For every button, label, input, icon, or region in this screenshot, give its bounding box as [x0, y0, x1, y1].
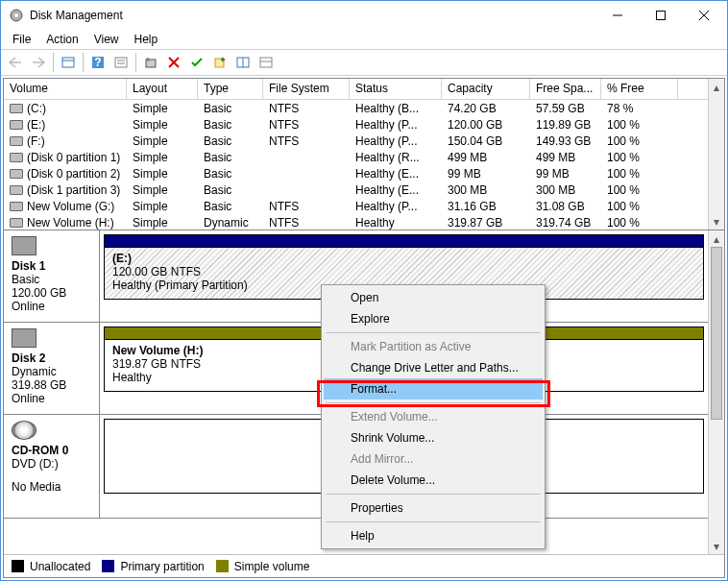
menu-item-add-mirror: Add Mirror... — [324, 448, 543, 470]
menu-view[interactable]: View — [86, 31, 127, 48]
toolbar: ? — [1, 49, 727, 76]
menu-item-explore[interactable]: Explore — [324, 308, 543, 329]
close-button[interactable] — [682, 2, 725, 29]
window-title: Disk Management — [30, 9, 595, 22]
legend-label: Simple volume — [234, 560, 310, 573]
legend-swatch — [102, 560, 114, 572]
menu-separator — [326, 402, 541, 403]
legend-label: Primary partition — [120, 560, 204, 573]
col-filesystem[interactable]: File System — [263, 79, 350, 99]
svg-point-14 — [146, 58, 150, 61]
menu-item-shrink-volume[interactable]: Shrink Volume... — [324, 427, 543, 448]
menu-help[interactable]: Help — [127, 31, 166, 48]
context-menu: OpenExploreMark Partition as ActiveChang… — [321, 284, 546, 549]
menubar: File Action View Help — [1, 30, 727, 49]
col-pctfree[interactable]: % Free — [601, 79, 678, 99]
minimize-button[interactable] — [595, 2, 639, 29]
volume-row[interactable]: New Volume (G:) SimpleBasicNTFS Healthy … — [4, 198, 708, 214]
svg-text:?: ? — [94, 56, 101, 69]
properties-icon[interactable] — [58, 52, 79, 73]
help-icon[interactable]: ? — [87, 52, 109, 73]
svg-point-1 — [14, 13, 18, 17]
col-layout[interactable]: Layout — [127, 79, 198, 99]
volume-row[interactable]: (Disk 1 partition 3) SimpleBasic Healthy… — [4, 182, 708, 198]
col-freespace[interactable]: Free Spa... — [530, 79, 601, 99]
menu-item-extend-volume: Extend Volume... — [324, 406, 543, 427]
drive-icon — [10, 153, 23, 162]
menu-item-format[interactable]: Format... — [324, 378, 543, 399]
volume-row[interactable]: (F:) SimpleBasicNTFS Healthy (P...150.04… — [4, 133, 708, 149]
disk-header[interactable]: CD-ROM 0DVD (D:)No Media — [4, 415, 100, 518]
disk-header[interactable]: Disk 1Basic120.00 GBOnline — [4, 230, 100, 322]
list-icon[interactable] — [232, 52, 254, 73]
col-volume[interactable]: Volume — [4, 79, 127, 99]
cdrom-icon — [12, 421, 36, 440]
maximize-button[interactable] — [639, 2, 682, 29]
volume-row[interactable]: (E:) SimpleBasicNTFS Healthy (P...120.00… — [4, 116, 708, 133]
svg-rect-20 — [260, 58, 272, 67]
drive-icon — [10, 202, 23, 211]
volume-scrollbar[interactable]: ▴ ▾ — [708, 79, 724, 230]
volume-row[interactable]: New Volume (H:) SimpleDynamicNTFS Health… — [4, 214, 708, 230]
volume-row[interactable]: (Disk 0 partition 1) SimpleBasic Healthy… — [4, 149, 708, 165]
drive-icon — [10, 104, 23, 113]
back-button[interactable] — [5, 52, 26, 73]
scroll-up-icon[interactable]: ▴ — [709, 230, 724, 247]
settings-icon[interactable] — [110, 52, 132, 73]
menu-separator — [326, 521, 541, 522]
refresh-icon[interactable] — [140, 52, 161, 73]
menu-item-delete-volume[interactable]: Delete Volume... — [324, 470, 543, 491]
partition-color-bar — [104, 234, 704, 248]
legend-swatch — [12, 560, 24, 572]
col-capacity[interactable]: Capacity — [442, 79, 530, 99]
drive-icon — [10, 185, 23, 195]
new-icon[interactable] — [209, 52, 231, 73]
menu-separator — [326, 494, 541, 495]
delete-icon[interactable] — [163, 52, 184, 73]
titlebar[interactable]: Disk Management — [1, 1, 727, 30]
col-status[interactable]: Status — [350, 79, 442, 99]
volume-list-header: Volume Layout Type File System Status Ca… — [4, 79, 708, 100]
detail-icon[interactable] — [255, 52, 277, 73]
menu-action[interactable]: Action — [38, 31, 85, 48]
scroll-down-icon[interactable]: ▾ — [709, 213, 724, 230]
menu-item-open[interactable]: Open — [324, 287, 543, 308]
scroll-thumb[interactable] — [711, 247, 722, 420]
disk-header[interactable]: Disk 2Dynamic319.88 GBOnline — [4, 323, 100, 414]
app-icon — [9, 8, 24, 23]
disk-scrollbar[interactable]: ▴ ▾ — [708, 230, 724, 554]
menu-separator — [326, 332, 541, 333]
scroll-up-icon[interactable]: ▴ — [709, 79, 724, 95]
legend-label: Unallocated — [30, 560, 90, 573]
drive-icon — [10, 136, 23, 146]
drive-icon — [10, 120, 23, 130]
menu-item-properties[interactable]: Properties — [324, 497, 543, 519]
disk-icon — [12, 236, 36, 255]
legend-swatch — [216, 560, 229, 572]
svg-rect-3 — [656, 12, 665, 20]
col-type[interactable]: Type — [198, 79, 263, 99]
disk-icon — [12, 328, 36, 348]
menu-file[interactable]: File — [5, 31, 38, 48]
svg-rect-6 — [62, 58, 74, 67]
svg-rect-10 — [115, 58, 127, 67]
menu-item-help[interactable]: Help — [324, 525, 543, 546]
apply-icon[interactable] — [186, 52, 207, 73]
volume-list: Volume Layout Type File System Status Ca… — [4, 79, 724, 230]
volume-row[interactable]: (Disk 0 partition 2) SimpleBasic Healthy… — [4, 165, 708, 182]
drive-icon — [10, 169, 23, 179]
scroll-down-icon[interactable]: ▾ — [709, 538, 724, 554]
volume-row[interactable]: (C:) SimpleBasicNTFS Healthy (B...74.20 … — [4, 100, 708, 116]
drive-icon — [10, 218, 23, 228]
menu-item-mark-partition-as-active: Mark Partition as Active — [324, 336, 543, 357]
menu-item-change-drive-letter-and-paths[interactable]: Change Drive Letter and Paths... — [324, 357, 543, 378]
legend: UnallocatedPrimary partitionSimple volum… — [4, 554, 724, 577]
forward-button[interactable] — [28, 52, 49, 73]
